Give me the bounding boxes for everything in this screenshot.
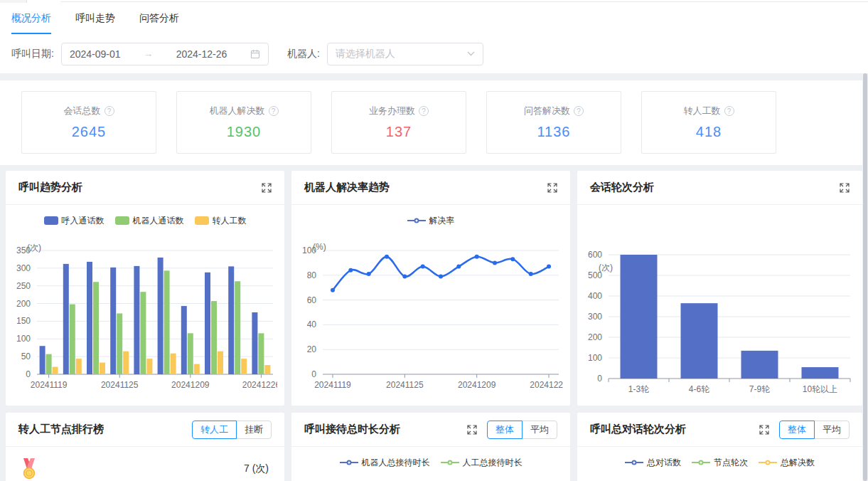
legend-line-circle-marker: [759, 462, 777, 463]
svg-text:20: 20: [307, 344, 317, 354]
top-chrome-sliver: [0, 0, 868, 3]
svg-text:20241119: 20241119: [314, 380, 351, 390]
help-icon[interactable]: ?: [419, 106, 429, 116]
expand-icon[interactable]: [262, 183, 272, 193]
calendar-icon: [250, 49, 260, 59]
svg-text:60: 60: [307, 295, 317, 305]
panel-body: 呼入通话数机器人通话数转人工数 (次) 05010015020025030035…: [6, 213, 284, 396]
tab-call-trend[interactable]: 呼叫走势: [75, 3, 115, 34]
chevron-down-icon: [467, 51, 475, 56]
help-icon[interactable]: ?: [269, 106, 279, 116]
expand-icon[interactable]: [759, 425, 769, 435]
legend-item[interactable]: 转人工数: [195, 215, 247, 227]
svg-text:200: 200: [588, 332, 602, 342]
date-start-value[interactable]: 2024-09-01: [70, 48, 121, 60]
vertical-scrollbar[interactable]: [862, 73, 868, 481]
svg-text:0: 0: [597, 374, 602, 384]
svg-text:20241226: 20241226: [530, 380, 563, 390]
legend-line-circle-marker: [692, 462, 710, 463]
toggle-hangup-button[interactable]: 挂断: [236, 421, 272, 439]
legend-line-circle-marker: [441, 462, 459, 463]
chart-legend: 解决率: [291, 213, 570, 228]
stat-value: 1930: [227, 124, 262, 140]
rounds-mode-toggle: 整体 平均: [779, 421, 850, 439]
chart-legend: 机器人总接待时长人工总接待时长: [291, 455, 570, 470]
toggle-transfer-button[interactable]: 转人工: [192, 421, 237, 439]
expand-icon[interactable]: [467, 425, 477, 435]
filter-bar: 呼叫日期: 2024-09-01 → 2024-12-26 机器人: 请选择机器…: [0, 34, 868, 73]
panel-body: 总对话数节点轮次总解决数 (次): [577, 455, 862, 470]
top-chrome-divider: [60, 1, 868, 2]
stat-card: 会话总数?2645: [21, 91, 156, 154]
rank-value: 7 (次): [244, 462, 269, 475]
panel-title: 呼叫总对话轮次分析: [590, 423, 686, 436]
stat-value: 418: [696, 124, 722, 140]
panel-header: 呼叫总对话轮次分析 整体 平均: [577, 413, 862, 447]
legend-item[interactable]: 总对话数: [625, 457, 681, 469]
panel-title: 呼叫接待总时长分析: [304, 423, 400, 436]
svg-text:1-3轮: 1-3轮: [628, 384, 649, 394]
legend-item[interactable]: 总解决数: [759, 457, 815, 469]
svg-text:400: 400: [588, 291, 602, 301]
expand-icon[interactable]: [840, 183, 850, 193]
tab-qa-analysis[interactable]: 问答分析: [139, 3, 179, 34]
help-icon[interactable]: ?: [724, 106, 734, 116]
toggle-average-button[interactable]: 平均: [814, 421, 850, 439]
toggle-average-button[interactable]: 平均: [522, 421, 557, 439]
solve-rate-chart[interactable]: 0204060801002024111920241125202412092024…: [291, 232, 563, 396]
svg-text:4-6轮: 4-6轮: [689, 384, 709, 394]
chart-legend: 总对话数节点轮次总解决数: [577, 455, 862, 470]
legend-label: 解决率: [429, 215, 455, 227]
legend-label: 呼入通话数: [62, 215, 105, 227]
toggle-overall-button[interactable]: 整体: [487, 421, 523, 439]
stat-card: 问答解决数?1136: [486, 91, 621, 154]
call-trend-chart[interactable]: 0501001502002503003502024111920241125202…: [6, 232, 277, 396]
tab-overview-analysis[interactable]: 概况分析: [11, 3, 51, 34]
panels-grid: 呼叫趋势分析 呼入通话数机器人通话数转人工数 (次) 0501001502002…: [6, 171, 862, 481]
legend-item[interactable]: 机器人通话数: [115, 215, 184, 227]
gridlines: [323, 250, 559, 349]
chart-legend: 呼入通话数机器人通话数转人工数: [6, 213, 284, 228]
expand-icon[interactable]: [547, 183, 557, 193]
svg-text:300: 300: [16, 263, 31, 273]
svg-text:0: 0: [26, 369, 31, 379]
session-rounds-chart[interactable]: 01002003004005006001-3轮4-6轮7-9轮10轮以上: [577, 236, 856, 401]
svg-text:20241209: 20241209: [171, 380, 210, 390]
tab-label: 呼叫走势: [75, 12, 115, 25]
help-icon[interactable]: ?: [105, 106, 114, 116]
tab-label: 问答分析: [139, 12, 179, 25]
panel-duration: 呼叫接待总时长分析 整体 平均 机器人总接待时长人工总接待时长 (秒): [291, 413, 570, 481]
date-range-arrow-icon: →: [144, 48, 153, 59]
legend-item[interactable]: 人工总接待时长: [441, 457, 523, 469]
panel-header: 机器人解决率趋势: [291, 171, 570, 205]
date-range-picker[interactable]: 2024-09-01 → 2024-12-26: [61, 43, 269, 65]
svg-text:300: 300: [588, 312, 602, 322]
panel-rounds-total: 呼叫总对话轮次分析 整体 平均 总对话数节点轮次总解决数 (次): [577, 413, 862, 481]
legend-line-circle-marker: [625, 462, 643, 463]
tab-bar: 概况分析 呼叫走势 问答分析: [0, 3, 868, 34]
panel-body: 机器人总接待时长人工总接待时长 (秒): [291, 455, 570, 470]
svg-text:20241125: 20241125: [386, 380, 424, 390]
legend-item[interactable]: 解决率: [407, 215, 455, 227]
svg-text:20241125: 20241125: [101, 380, 139, 390]
tab-label: 概况分析: [11, 12, 51, 25]
legend-item[interactable]: 呼入通话数: [44, 215, 105, 227]
scrollbar-thumb[interactable]: [863, 73, 867, 481]
help-icon[interactable]: ?: [574, 106, 584, 116]
date-end-value[interactable]: 2024-12-26: [176, 48, 227, 60]
svg-text:20241209: 20241209: [458, 380, 496, 390]
robot-select[interactable]: 请选择机器人: [327, 43, 483, 65]
svg-text:0: 0: [311, 369, 316, 379]
y-axis-unit: (次): [599, 262, 613, 274]
y-axis-labels: 020406080100: [302, 245, 316, 379]
legend-item[interactable]: 节点轮次: [692, 457, 748, 469]
panel-title: 呼叫趋势分析: [18, 181, 82, 194]
duration-mode-toggle: 整体 平均: [487, 421, 557, 439]
legend-label: 机器人总接待时长: [362, 457, 430, 469]
svg-text:20241119: 20241119: [31, 380, 68, 390]
panel-transfer-rank: 转人工节点排行榜 转人工 挂断 7 (次): [6, 413, 284, 481]
panel-solve-rate: 机器人解决率趋势 解决率 (%) 02040608010020241119202…: [291, 171, 570, 406]
panel-title: 会话轮次分析: [590, 181, 654, 194]
legend-item[interactable]: 机器人总接待时长: [340, 457, 430, 469]
toggle-overall-button[interactable]: 整体: [779, 421, 815, 439]
